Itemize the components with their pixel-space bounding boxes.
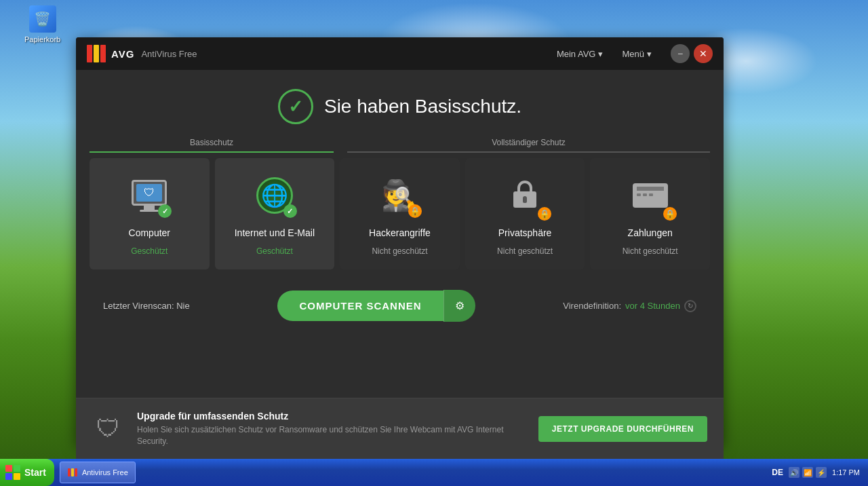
status-icon: ✓ bbox=[278, 89, 313, 124]
taskbar: Start Antivirus Free DE 🔊 📶 ⚡ bbox=[0, 459, 868, 486]
scan-button-group: COMPUTER SCANNEN ⚙ bbox=[277, 290, 475, 322]
scan-button[interactable]: COMPUTER SCANNEN bbox=[277, 291, 443, 321]
hacker-icon-wrap: 🕵 🔒 bbox=[376, 172, 423, 219]
scan-bar: Letzter Virenscan: Nie COMPUTER SCANNEN … bbox=[76, 276, 724, 335]
taskbar-right: DE 🔊 📶 ⚡ 1:17 PM bbox=[764, 467, 868, 478]
card-hacker-name: Hackerangriffe bbox=[369, 227, 431, 238]
computer-icon-wrap: 🛡 ✓ bbox=[125, 172, 173, 219]
payments-icon-wrap: 🔒 bbox=[627, 172, 674, 219]
full-section-label: Vollständiger Schutz bbox=[347, 138, 710, 153]
card-privacy[interactable]: 🔒 Privatsphäre Nicht geschützt bbox=[465, 158, 585, 269]
section-labels: Basisschutz Vollständiger Schutz bbox=[76, 138, 724, 153]
virusdefinition-time: vor 4 Stunden bbox=[625, 301, 680, 311]
refresh-icon[interactable]: ↻ bbox=[684, 300, 696, 312]
computer-badge: ✓ bbox=[158, 204, 172, 218]
start-button[interactable]: Start bbox=[0, 459, 54, 486]
avg-product-text: AntiVirus Free bbox=[141, 49, 197, 59]
internet-badge: ✓ bbox=[283, 204, 297, 218]
virus-definition: Virendefinition: vor 4 Stunden ↻ bbox=[563, 300, 696, 312]
minimize-button[interactable]: − bbox=[671, 44, 690, 63]
avg-brand-text: AVG bbox=[111, 48, 134, 60]
card-privacy-status: Nicht geschützt bbox=[497, 246, 553, 256]
payment-card-icon bbox=[633, 183, 668, 208]
avg-taskbar-icon bbox=[67, 467, 78, 478]
mein-avg-button[interactable]: Mein AVG ▾ bbox=[551, 46, 609, 62]
card-payments[interactable]: 🔒 Zahlungen Nicht geschützt bbox=[590, 158, 710, 269]
card-privacy-name: Privatsphäre bbox=[498, 227, 552, 238]
card-computer-status: Geschützt bbox=[131, 246, 167, 256]
upgrade-title: Upgrade für umfassenden Schutz bbox=[137, 411, 526, 422]
payments-badge: 🔒 bbox=[663, 207, 677, 221]
check-icon: ✓ bbox=[288, 96, 303, 117]
avg-flag-icon bbox=[87, 45, 106, 62]
window-controls: − ✕ bbox=[671, 44, 713, 63]
last-scan-info: Letzter Virenscan: Nie bbox=[103, 301, 190, 311]
papierkorb-label: Papierkorb bbox=[24, 35, 60, 43]
scan-settings-button[interactable]: ⚙ bbox=[443, 290, 475, 322]
language-indicator: DE bbox=[772, 468, 783, 477]
upgrade-description: Holen Sie sich zusätzlichen Schutz vor R… bbox=[137, 424, 526, 447]
avg-window: AVG AntiVirus Free Mein AVG ▾ Menü ▾ − ✕ bbox=[76, 37, 724, 445]
card-hacker-status: Nicht geschützt bbox=[372, 246, 427, 256]
menu-button[interactable]: Menü ▾ bbox=[616, 46, 657, 62]
card-computer-name: Computer bbox=[129, 227, 170, 238]
tray-icon-2: 📶 bbox=[802, 467, 813, 478]
globe-icon-wrap: 🌐 ✓ bbox=[251, 172, 298, 219]
last-scan-value: Nie bbox=[176, 301, 190, 311]
desktop-icon-papierkorb[interactable]: 🗑️ Papierkorb bbox=[24, 5, 60, 43]
close-button[interactable]: ✕ bbox=[694, 44, 713, 63]
status-header: ✓ Sie haben Basisschutz. bbox=[278, 70, 521, 138]
desktop: 🗑️ Papierkorb AVG AntiVirus Free Mein AV… bbox=[0, 0, 868, 486]
title-bar: AVG AntiVirus Free Mein AVG ▾ Menü ▾ − ✕ bbox=[76, 37, 724, 70]
privacy-badge: 🔒 bbox=[538, 207, 551, 221]
privacy-icon-wrap: 🔒 bbox=[501, 172, 549, 219]
taskbar-items: Antivirus Free bbox=[60, 462, 764, 483]
upgrade-banner: 🛡 Upgrade für umfassenden Schutz Holen S… bbox=[76, 398, 724, 459]
card-payments-status: Nicht geschützt bbox=[623, 246, 678, 256]
upgrade-text: Upgrade für umfassenden Schutz Holen Sie… bbox=[137, 411, 526, 447]
tray-icon-1: 🔊 bbox=[789, 467, 800, 478]
hacker-badge: 🔒 bbox=[408, 204, 422, 218]
tray-icon-3: ⚡ bbox=[816, 467, 827, 478]
upgrade-button[interactable]: JETZT UPGRADE DURCHFÜHREN bbox=[538, 416, 707, 442]
lock-icon bbox=[510, 181, 540, 210]
card-computer[interactable]: 🛡 ✓ Computer Geschützt bbox=[90, 158, 210, 269]
card-internet-name: Internet und E-Mail bbox=[235, 227, 315, 238]
title-bar-right: Mein AVG ▾ Menü ▾ − ✕ bbox=[551, 44, 713, 63]
virusdefinition-label: Virendefinition: bbox=[563, 301, 621, 311]
status-text: Sie haben Basisschutz. bbox=[324, 96, 521, 117]
taskbar-item-label: Antivirus Free bbox=[82, 468, 128, 476]
papierkorb-icon: 🗑️ bbox=[29, 5, 56, 33]
card-hacker[interactable]: 🕵 🔒 Hackerangriffe Nicht geschützt bbox=[340, 158, 460, 269]
card-payments-name: Zahlungen bbox=[628, 227, 673, 238]
shield-upgrade-icon: 🛡 bbox=[92, 410, 125, 448]
main-content: ✓ Sie haben Basisschutz. Basisschutz Vol… bbox=[76, 70, 724, 384]
avg-logo: AVG AntiVirus Free bbox=[87, 45, 197, 62]
basic-section-label: Basisschutz bbox=[90, 138, 334, 153]
last-scan-label: Letzter Virenscan: bbox=[103, 301, 174, 311]
system-tray: 🔊 📶 ⚡ bbox=[789, 467, 827, 478]
card-internet-status: Geschützt bbox=[256, 246, 293, 256]
start-label: Start bbox=[24, 467, 46, 478]
taskbar-avg-item[interactable]: Antivirus Free bbox=[60, 462, 136, 483]
clock: 1:17 PM bbox=[832, 468, 860, 477]
windows-flag-icon bbox=[5, 465, 20, 480]
cards-row: 🛡 ✓ Computer Geschützt 🌐 bbox=[76, 158, 724, 269]
card-internet[interactable]: 🌐 ✓ Internet und E-Mail Geschützt bbox=[215, 158, 335, 269]
